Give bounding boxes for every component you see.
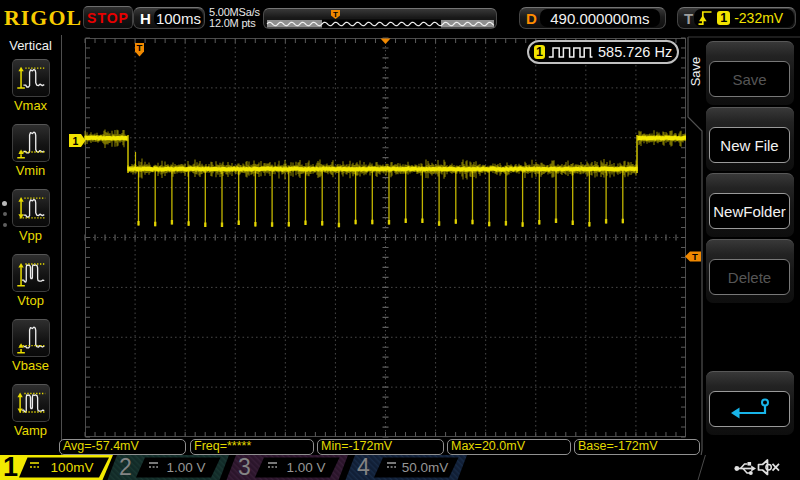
acquisition-info: 5.00MSa/s 12.0M pts xyxy=(209,7,260,28)
speaker-muted-icon xyxy=(757,458,781,476)
svg-text:T: T xyxy=(333,10,338,19)
channel3-scale: 1.00 V xyxy=(280,460,332,475)
trigger-block[interactable]: T 1 -232mV xyxy=(677,7,796,29)
trigger-level-value: -232mV xyxy=(734,10,783,26)
menu-item-label: Vamp xyxy=(0,423,61,438)
vpp-icon xyxy=(12,189,50,227)
save-button: Save xyxy=(709,61,790,97)
memory-depth: 12.0M pts xyxy=(209,18,260,29)
delay-value: 490.000000ms xyxy=(540,9,660,27)
waveform-memory-bar[interactable]: T xyxy=(263,8,497,29)
menu-item-vpp[interactable]: Vpp xyxy=(0,189,61,243)
channel1-scale: 100mV xyxy=(46,460,98,475)
t-label: T xyxy=(678,10,694,27)
menu-tab-title: Save xyxy=(688,52,703,92)
menu-item-label: Vbase xyxy=(0,358,61,373)
channel3-number[interactable]: 3 xyxy=(238,454,251,480)
channel1-position-marker[interactable]: 1 xyxy=(69,134,86,148)
return-button[interactable] xyxy=(709,391,790,427)
measurement-freq: Freq=***** xyxy=(190,439,314,455)
menu-page-dot xyxy=(3,212,7,216)
menu-item-vamp[interactable]: Vamp xyxy=(0,384,61,438)
trigger-level-marker[interactable]: T xyxy=(685,251,702,262)
svg-text:T: T xyxy=(137,42,143,53)
menu-item-vmin[interactable]: Vmin xyxy=(0,124,61,178)
memory-waveform-strip: T xyxy=(264,9,496,28)
menu-item-label: Vmin xyxy=(0,163,61,178)
menu-item-vbase[interactable]: Vbase xyxy=(0,319,61,373)
channel2-scale: 1.00 V xyxy=(160,460,212,475)
measurement-avg: Avg=-57.4mV xyxy=(59,439,186,455)
channel2-number[interactable]: 2 xyxy=(119,454,132,480)
vamp-icon xyxy=(12,384,50,422)
channel4-number[interactable]: 4 xyxy=(357,454,370,480)
d-label: D xyxy=(520,10,540,27)
new-file-button[interactable]: New File xyxy=(709,127,790,163)
measurement-min: Min=-172mV xyxy=(317,439,444,455)
freq-counter-channel-badge: 1 xyxy=(534,45,545,59)
h-label: H xyxy=(134,10,154,27)
measurement-base: Base=-172mV xyxy=(574,439,700,455)
oscilloscope-screen: RIGOL STOP H 100ms 5.00MSa/s 12.0M pts T… xyxy=(0,0,800,480)
menu-page-dot-active xyxy=(2,201,7,206)
waveform-display: T xyxy=(85,38,686,437)
right-softkey-menu: Save SaveNew FileNewFolderDelete xyxy=(686,35,800,455)
return-arrow-icon xyxy=(725,396,775,422)
menu-item-vtop[interactable]: Vtop xyxy=(0,254,61,308)
vmax-icon xyxy=(12,59,50,97)
menu-title: Vertical xyxy=(0,38,61,53)
rigol-logo: RIGOL xyxy=(4,6,82,31)
svg-text:T: T xyxy=(692,251,698,262)
freq-counter-value: 585.726 Hz xyxy=(598,44,672,60)
frequency-counter: 1 585.726 Hz xyxy=(527,40,679,64)
delay-block[interactable]: D 490.000000ms xyxy=(519,7,666,29)
menu-item-label: Vmax xyxy=(0,98,61,113)
menu-item-label: Vtop xyxy=(0,293,61,308)
timebase-value: 100ms xyxy=(154,9,203,27)
trigger-slope-rising-icon xyxy=(698,10,712,26)
svg-text:1: 1 xyxy=(73,135,79,147)
measurement-max: Max=20.0mV xyxy=(447,439,571,455)
channel1-number[interactable]: 1 xyxy=(3,452,18,480)
left-measure-menu: Vertical VmaxVminVppVtopVbaseVamp xyxy=(0,35,62,455)
delete-button: Delete xyxy=(709,259,790,295)
menu-item-vmax[interactable]: Vmax xyxy=(0,59,61,113)
vtop-icon xyxy=(12,254,50,292)
vbase-icon xyxy=(12,319,50,357)
vmin-icon xyxy=(12,124,50,162)
sample-rate: 5.00MSa/s xyxy=(209,7,260,18)
trigger-source-badge: 1 xyxy=(717,11,730,25)
run-state-badge[interactable]: STOP xyxy=(83,6,133,29)
menu-item-label: Vpp xyxy=(0,228,61,243)
channel4-scale: 50.0mV xyxy=(399,460,451,475)
newfolder-button[interactable]: NewFolder xyxy=(709,193,790,229)
usb-icon xyxy=(734,459,756,475)
trigger-info: 1 -232mV xyxy=(694,9,794,27)
channel-status-bar: 1 100mV 2 1.00 V 3 1.00 V 4 50.0mV xyxy=(0,455,800,480)
menu-page-dot xyxy=(3,223,7,227)
horizontal-timebase-block[interactable]: H 100ms xyxy=(133,7,205,29)
pulse-train-icon xyxy=(548,47,593,58)
